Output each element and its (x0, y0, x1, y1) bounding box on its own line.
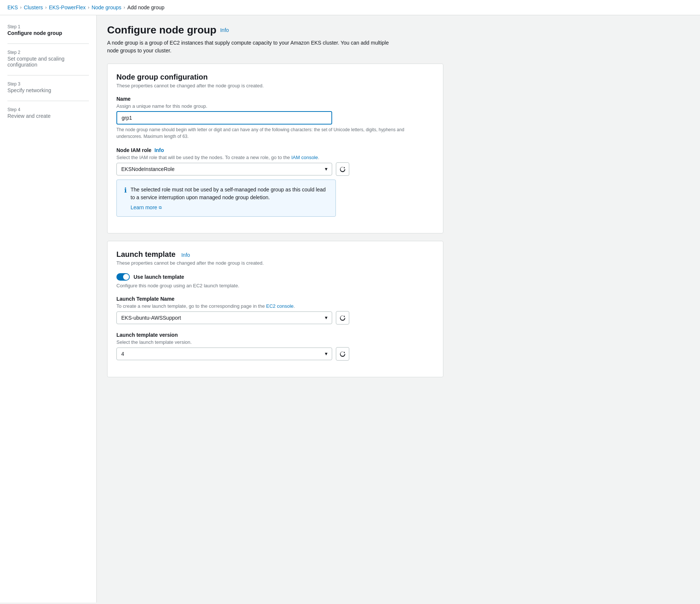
use-launch-template-toggle-row: Use launch template (116, 273, 434, 281)
info-box-body: The selected role must not be used by a … (131, 186, 328, 210)
template-name-hint: To create a new launch template, go to t… (116, 303, 434, 309)
ec2-console-link[interactable]: EC2 console (266, 303, 294, 309)
sidebar-step-3: Step 3 Specify networking (7, 81, 89, 93)
iam-console-link[interactable]: IAM console (291, 155, 318, 160)
info-box-content: ℹ The selected role must not be used by … (124, 186, 328, 210)
breadcrumb-sep-4: › (123, 5, 125, 10)
breadcrumb-sep-1: › (20, 5, 22, 10)
launch-template-card: Launch template Info These properties ca… (107, 241, 443, 377)
sidebar-step-1-label: Step 1 (7, 24, 89, 29)
external-link-icon: ⧉ (159, 205, 162, 210)
page-title: Configure node group (107, 24, 216, 36)
sidebar-divider-1 (7, 43, 89, 44)
iam-role-info-box: ℹ The selected role must not be used by … (116, 180, 336, 217)
breadcrumb-sep-2: › (45, 5, 46, 10)
toggle-label: Use launch template (134, 274, 184, 280)
refresh-icon-3 (340, 351, 346, 357)
breadcrumb-sep-3: › (88, 5, 89, 10)
use-launch-template-toggle[interactable] (116, 273, 130, 281)
template-name-select-row: EKS-ubuntu-AWSSupport ▼ (116, 311, 434, 324)
iam-role-select-wrapper: EKSNodeInstanceRole ▼ (116, 163, 332, 175)
template-version-select[interactable]: 4 (116, 348, 332, 360)
template-name-select[interactable]: EKS-ubuntu-AWSSupport (116, 311, 332, 324)
sidebar-step-3-label: Step 3 (7, 81, 89, 87)
info-circle-icon: ℹ (124, 186, 127, 210)
iam-role-field: Node IAM role Info Select the IAM role t… (116, 147, 434, 217)
page-title-row: Configure node group Info (107, 24, 443, 36)
template-version-hint: Select the launch template version. (116, 339, 434, 345)
template-name-refresh-button[interactable] (336, 311, 349, 324)
page-description: A node group is a group of EC2 instances… (107, 39, 397, 55)
template-version-label: Launch template version (116, 332, 434, 338)
sidebar-step-4: Step 4 Review and create (7, 107, 89, 119)
template-version-refresh-button[interactable] (336, 347, 349, 361)
page-info-link[interactable]: Info (220, 27, 229, 33)
template-name-select-wrapper: EKS-ubuntu-AWSSupport ▼ (116, 311, 332, 324)
name-note: The node group name should begin with le… (116, 126, 407, 140)
iam-role-hint: Select the IAM role that will be used by… (116, 155, 434, 160)
iam-role-select[interactable]: EKSNodeInstanceRole (116, 163, 332, 175)
iam-role-select-row: EKSNodeInstanceRole ▼ (116, 162, 434, 176)
template-name-label: Launch Template Name (116, 296, 434, 302)
iam-role-label: Node IAM role Info (116, 147, 434, 153)
template-version-select-row: 4 ▼ (116, 347, 434, 361)
sidebar-divider-2 (7, 75, 89, 75)
sidebar-step-2: Step 2 Set compute and scaling configura… (7, 50, 89, 68)
template-version-select-wrapper: 4 ▼ (116, 348, 332, 360)
name-input[interactable] (116, 111, 332, 125)
sidebar-step-3-title: Specify networking (7, 87, 89, 93)
launch-template-card-title: Launch template Info (116, 250, 434, 259)
sidebar-step-2-label: Step 2 (7, 50, 89, 55)
sidebar-step-2-title: Set compute and scaling configuration (7, 56, 89, 68)
name-hint: Assign a unique name for this node group… (116, 103, 434, 109)
launch-template-info-link[interactable]: Info (181, 252, 190, 258)
breadcrumb-add-node-group: Add node group (127, 4, 164, 10)
sidebar-step-4-title: Review and create (7, 113, 89, 119)
sidebar-step-4-label: Step 4 (7, 107, 89, 112)
node-group-card-subtitle: These properties cannot be changed after… (116, 83, 434, 88)
name-field: Name Assign a unique name for this node … (116, 96, 434, 140)
launch-template-card-subtitle: These properties cannot be changed after… (116, 260, 434, 266)
refresh-icon (340, 166, 346, 172)
node-group-card-title: Node group configuration (116, 73, 434, 81)
breadcrumb-clusters[interactable]: Clusters (24, 4, 43, 10)
iam-role-info-link[interactable]: Info (154, 147, 164, 153)
breadcrumb-eks-powerflex[interactable]: EKS-PowerFlex (49, 4, 86, 10)
name-label: Name (116, 96, 434, 102)
template-version-field: Launch template version Select the launc… (116, 332, 434, 361)
iam-role-refresh-button[interactable] (336, 162, 349, 176)
breadcrumb-node-groups[interactable]: Node groups (91, 4, 121, 10)
toggle-knob (123, 274, 129, 280)
template-name-field: Launch Template Name To create a new lau… (116, 296, 434, 324)
refresh-icon-2 (340, 315, 346, 321)
sidebar-step-1-title: Configure node group (7, 30, 89, 36)
learn-more-link[interactable]: Learn more ⧉ (131, 204, 162, 210)
main-content: Configure node group Info A node group i… (97, 15, 454, 603)
info-box-text: The selected role must not be used by a … (131, 186, 328, 201)
sidebar-divider-3 (7, 101, 89, 101)
toggle-desc: Configure this node group using an EC2 l… (116, 283, 434, 288)
learn-more-label: Learn more (131, 204, 157, 210)
node-group-config-card: Node group configuration These propertie… (107, 64, 443, 233)
sidebar: Step 1 Configure node group Step 2 Set c… (0, 15, 97, 603)
breadcrumb: EKS › Clusters › EKS-PowerFlex › Node gr… (0, 0, 700, 15)
breadcrumb-eks[interactable]: EKS (7, 4, 18, 10)
sidebar-step-1: Step 1 Configure node group (7, 24, 89, 36)
